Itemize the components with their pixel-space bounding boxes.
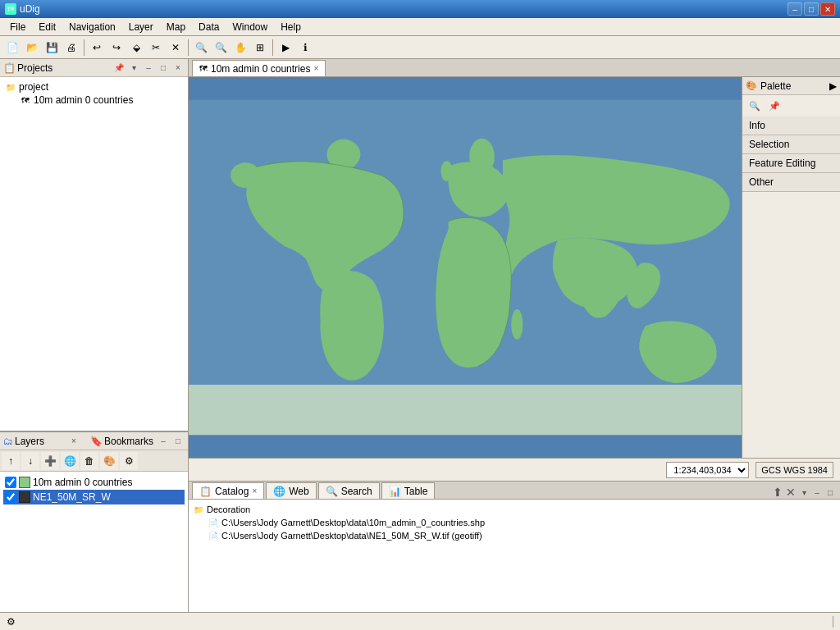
- save-button[interactable]: 💾: [43, 39, 61, 57]
- right-panel: 🎨 Palette ▶ 🔍 📌 Info Selection Feature E…: [742, 77, 840, 458]
- menu-layer[interactable]: Layer: [122, 20, 160, 34]
- toolbar-sep-2: [188, 39, 189, 56]
- layers-panel: 🗂 Layers × 🔖 Bookmarks – □ ↑ ↓ ➕ 🌐 🗑 🎨 ⚙: [0, 431, 188, 612]
- select-button[interactable]: ⬙: [127, 39, 145, 57]
- menu-help[interactable]: Help: [274, 20, 308, 34]
- catalog-shp-item[interactable]: 📄 C:\Users\Jody Garnett\Desktop\data\10m…: [192, 516, 837, 529]
- search-tab[interactable]: 🔍 Search: [318, 482, 380, 499]
- map-tab[interactable]: 🗺 10m admin 0 countries ×: [192, 60, 326, 76]
- cut-button[interactable]: ✂: [147, 39, 165, 57]
- toolbar: 📄 📂 💾 🖨 ↩ ↪ ⬙ ✂ ✕ 🔍 🔍 ✋ ⊞ ▶ ℹ: [0, 36, 840, 59]
- pan-button[interactable]: ✋: [231, 39, 249, 57]
- zoom-out-button[interactable]: 🔍: [212, 39, 230, 57]
- catalog-decoration[interactable]: 📁 Decoration: [192, 503, 837, 516]
- palette-search-btn[interactable]: 🔍: [746, 97, 764, 115]
- info-button[interactable]: ℹ: [296, 39, 314, 57]
- title-bar: 🗺 uDig – □ ✕: [0, 0, 840, 18]
- layer-row-admin[interactable]: 10m admin 0 countries: [3, 475, 185, 490]
- zoom-in-button[interactable]: 🔍: [192, 39, 210, 57]
- layer-style-button[interactable]: 🎨: [100, 452, 118, 470]
- svg-point-7: [441, 161, 452, 181]
- layer-globe-button[interactable]: 🌐: [61, 452, 79, 470]
- zoom-fit-button[interactable]: ⊞: [251, 39, 269, 57]
- catalog-tab-close[interactable]: ×: [252, 486, 257, 495]
- menu-map[interactable]: Map: [160, 20, 192, 34]
- map-area[interactable]: [189, 77, 742, 458]
- restore-button[interactable]: □: [804, 2, 819, 16]
- projects-pin-button[interactable]: 📌: [112, 62, 126, 75]
- web-tab-icon: 🌐: [273, 486, 285, 497]
- menu-data[interactable]: Data: [192, 20, 226, 34]
- svg-rect-1: [189, 385, 742, 435]
- menu-window[interactable]: Window: [226, 20, 274, 34]
- projects-menu-button[interactable]: ▾: [127, 62, 140, 75]
- app-title: uDig: [20, 3, 40, 15]
- map-tab-close[interactable]: ×: [313, 64, 318, 73]
- new-button[interactable]: 📄: [3, 39, 21, 57]
- svg-point-3: [327, 139, 361, 170]
- project-folder-icon: 📁: [5, 83, 16, 92]
- scale-select[interactable]: 1:234,403,034: [666, 462, 749, 478]
- project-children: 🗺 10m admin 0 countries: [3, 94, 185, 107]
- tree-layer-item[interactable]: 🗺 10m admin 0 countries: [18, 94, 185, 107]
- other-section-title[interactable]: Other: [742, 173, 840, 191]
- layers-max-button[interactable]: □: [171, 435, 185, 448]
- status-bar: ⚙: [0, 612, 840, 630]
- right-panel-header: 🎨 Palette ▶: [742, 77, 840, 95]
- layer-extra-button[interactable]: ⚙: [120, 452, 138, 470]
- layers-min-button[interactable]: –: [157, 435, 170, 448]
- toolbar-sep-1: [84, 39, 84, 56]
- info-section-title[interactable]: Info: [742, 116, 840, 135]
- menu-edit[interactable]: Edit: [32, 20, 62, 34]
- table-tab[interactable]: 📊 Table: [381, 482, 436, 499]
- bottom-delete-btn[interactable]: ✕: [784, 486, 797, 499]
- projects-min-button[interactable]: –: [142, 62, 155, 75]
- projects-content: 📁 project 🗺 10m admin 0 countries: [0, 77, 188, 431]
- layer-down-button[interactable]: ↓: [21, 452, 39, 470]
- svg-point-8: [511, 309, 523, 340]
- left-panel: 📋 Projects 📌 ▾ – □ × 📁 project 🗺 10m adm…: [0, 59, 189, 612]
- open-button[interactable]: 📂: [23, 39, 41, 57]
- crs-button[interactable]: GCS WGS 1984: [756, 462, 833, 478]
- menu-navigation[interactable]: Navigation: [62, 20, 122, 34]
- palette-expand-icon[interactable]: ▶: [829, 80, 837, 92]
- catalog-tif-item[interactable]: 📄 C:\Users\Jody Garnett\Desktop\data\NE1…: [192, 529, 837, 542]
- web-tab[interactable]: 🌐 Web: [266, 482, 316, 499]
- layers-content: 10m admin 0 countries NE1_50M_SR_W: [0, 472, 188, 612]
- bottom-import-btn[interactable]: ⬆: [771, 486, 784, 499]
- palette-tools: 🔍 📌: [742, 95, 840, 116]
- projects-max-button[interactable]: □: [157, 62, 170, 75]
- layer-ne1-color: [19, 491, 30, 503]
- minimize-button[interactable]: –: [788, 2, 802, 16]
- menu-file[interactable]: File: [3, 20, 32, 34]
- shp-file-icon: 📄: [208, 518, 218, 527]
- layer-delete-button[interactable]: 🗑: [80, 452, 98, 470]
- delete-button[interactable]: ✕: [167, 39, 185, 57]
- layer-up-button[interactable]: ↑: [2, 452, 20, 470]
- close-button[interactable]: ✕: [820, 2, 835, 16]
- redo-button[interactable]: ↪: [107, 39, 126, 57]
- layers-close-x[interactable]: ×: [67, 435, 80, 448]
- selection-section-title[interactable]: Selection: [742, 135, 840, 153]
- projects-close-button[interactable]: ×: [171, 62, 185, 75]
- catalog-content: 📁 Decoration 📄 C:\Users\Jody Garnett\Des…: [189, 500, 840, 612]
- layer-admin-name: 10m admin 0 countries: [33, 477, 132, 488]
- bottom-collapse-btn[interactable]: ▾: [797, 486, 810, 499]
- layer-admin-color: [19, 477, 30, 488]
- catalog-tab[interactable]: 📋 Catalog ×: [192, 482, 264, 499]
- selection-section: Selection: [742, 135, 840, 154]
- palette-pin-btn[interactable]: 📌: [765, 97, 783, 115]
- forward-button[interactable]: ▶: [276, 39, 294, 57]
- bottom-min-btn[interactable]: –: [810, 486, 824, 499]
- layer-admin-checkbox[interactable]: [5, 477, 16, 488]
- tree-project-root[interactable]: 📁 project: [3, 80, 185, 94]
- feature-editing-title[interactable]: Feature Editing: [742, 154, 840, 172]
- print-button[interactable]: 🖨: [62, 39, 80, 57]
- other-section: Other: [742, 173, 840, 192]
- undo-button[interactable]: ↩: [88, 39, 106, 57]
- decoration-folder-icon: 📁: [194, 505, 203, 514]
- layer-row-ne1[interactable]: NE1_50M_SR_W: [3, 490, 185, 504]
- layer-add-button[interactable]: ➕: [41, 452, 59, 470]
- bottom-max-btn[interactable]: □: [824, 486, 837, 499]
- layer-ne1-checkbox[interactable]: [5, 491, 16, 503]
